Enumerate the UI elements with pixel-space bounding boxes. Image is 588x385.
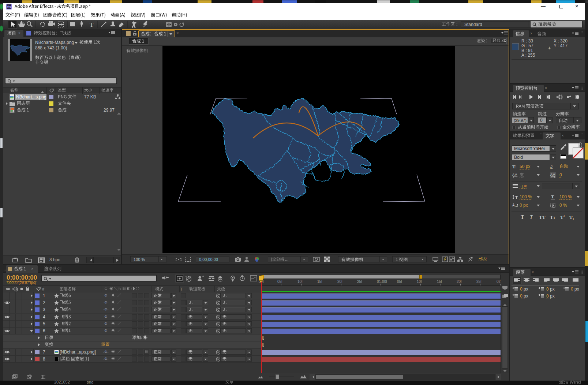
svg-text:A: A (512, 203, 515, 207)
svg-text:IA: IA (550, 167, 553, 170)
svg-text:T: T (515, 165, 517, 169)
svg-text:V: V (515, 173, 517, 176)
svg-text:T: T (515, 195, 518, 200)
svg-text:T: T (551, 194, 554, 199)
svg-text:A: A (550, 173, 553, 176)
svg-text:V: V (553, 173, 555, 176)
svg-text:T: T (90, 21, 94, 28)
svg-text:a: a (515, 205, 517, 208)
svg-text:A: A (512, 173, 514, 176)
